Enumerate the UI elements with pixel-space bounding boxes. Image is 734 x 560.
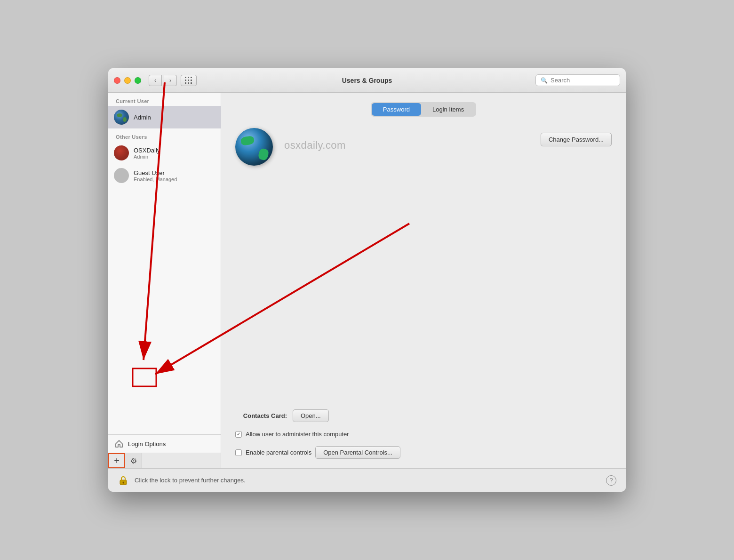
allow-admin-label: Allow user to administer this computer	[246, 431, 349, 438]
svg-rect-2	[123, 482, 124, 484]
user-avatar-large	[235, 128, 273, 166]
avatar-admin	[114, 110, 129, 125]
sidebar-item-osxdaily[interactable]: OSXDaily Admin	[108, 142, 221, 164]
right-panel: Password Login Items osxdaily.com Change…	[221, 93, 626, 468]
maximize-button[interactable]	[135, 77, 141, 84]
back-button[interactable]: ‹	[149, 75, 162, 86]
bottom-bar: Click the lock to prevent further change…	[108, 468, 626, 492]
watermark-text: osxdaily.com	[284, 139, 346, 152]
parental-controls-checkbox[interactable]	[235, 449, 242, 456]
window-title: Users & Groups	[342, 77, 392, 84]
other-users-label: Other Users	[108, 128, 221, 142]
current-user-label: Current User	[108, 93, 221, 106]
forward-button[interactable]: ›	[164, 75, 177, 86]
house-icon	[114, 439, 124, 449]
sidebar-item-admin[interactable]: Admin	[108, 106, 221, 128]
minimize-button[interactable]	[124, 77, 131, 84]
user-name-admin: Admin	[134, 114, 151, 121]
add-user-button[interactable]: +	[108, 453, 125, 468]
main-content: Current User Admin Other Users OSXDaily …	[108, 93, 626, 468]
user-role-osxdaily: Admin	[134, 154, 160, 160]
search-icon: 🔍	[541, 77, 548, 84]
login-options-item[interactable]: Login Options	[108, 434, 221, 453]
user-name-guest: Guest User	[134, 169, 177, 176]
search-input[interactable]	[550, 77, 615, 84]
user-info-admin: Admin	[134, 114, 151, 121]
enable-parental-label: Enable parental controls	[246, 449, 311, 456]
allow-admin-checkbox[interactable]	[235, 431, 242, 438]
tab-password[interactable]: Password	[372, 103, 421, 116]
contacts-card-row: Contacts Card: Open...	[235, 409, 612, 422]
lock-icon[interactable]	[118, 475, 129, 486]
user-name-osxdaily: OSXDaily	[134, 147, 160, 154]
user-info-osxdaily: OSXDaily Admin	[134, 147, 160, 160]
parental-controls-row: Enable parental controls Open Parental C…	[235, 446, 612, 459]
grid-button[interactable]	[181, 75, 197, 86]
traffic-lights	[114, 77, 141, 84]
open-parental-controls-button[interactable]: Open Parental Controls...	[315, 446, 400, 459]
open-contacts-button[interactable]: Open...	[293, 409, 329, 422]
contacts-card-label: Contacts Card:	[235, 412, 287, 419]
sidebar-item-guest[interactable]: Guest User Enabled, Managed	[108, 164, 221, 187]
close-button[interactable]	[114, 77, 120, 84]
tab-login-items[interactable]: Login Items	[421, 103, 475, 116]
grid-icon	[185, 77, 192, 84]
search-box[interactable]: 🔍	[535, 74, 620, 86]
titlebar: ‹ › Users & Groups 🔍	[108, 68, 626, 93]
help-button[interactable]: ?	[606, 475, 616, 486]
avatar-guest	[114, 168, 129, 183]
avatar-osxdaily	[114, 145, 129, 160]
change-password-button[interactable]: Change Password...	[541, 133, 612, 146]
tabs-container: Password Login Items	[371, 102, 476, 117]
user-detail: osxdaily.com Change Password...	[235, 128, 612, 166]
user-role-guest: Enabled, Managed	[134, 176, 177, 182]
sidebar-actions: + ⚙	[108, 453, 221, 468]
login-options-label: Login Options	[128, 440, 166, 448]
user-info-guest: Guest User Enabled, Managed	[134, 169, 177, 182]
sidebar: Current User Admin Other Users OSXDaily …	[108, 93, 221, 468]
main-window: ‹ › Users & Groups 🔍 Current User	[108, 68, 626, 492]
allow-admin-row: Allow user to administer this computer	[235, 431, 612, 438]
detail-fields: Contacts Card: Open... Allow user to adm…	[235, 409, 612, 459]
nav-buttons: ‹ ›	[149, 75, 177, 86]
tab-bar: Password Login Items	[235, 102, 612, 117]
gear-button[interactable]: ⚙	[125, 453, 142, 468]
lock-status-text: Click the lock to prevent further change…	[135, 477, 600, 484]
